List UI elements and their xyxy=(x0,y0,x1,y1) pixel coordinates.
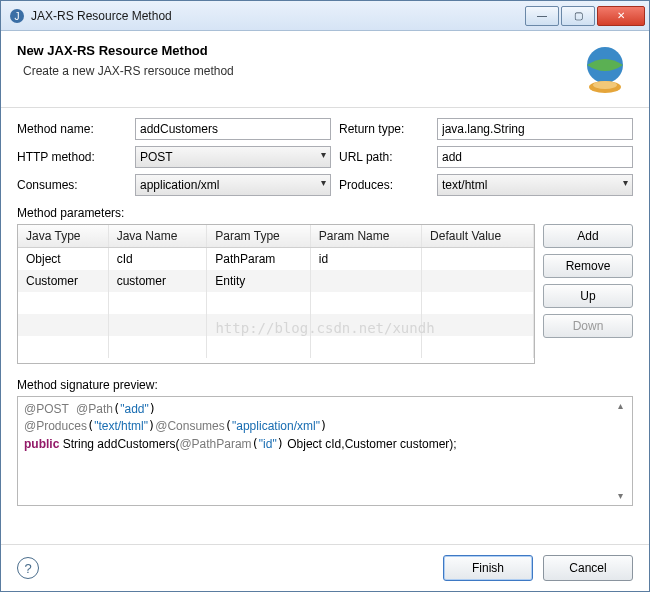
col-default-value[interactable]: Default Value xyxy=(422,225,534,248)
col-param-name[interactable]: Param Name xyxy=(310,225,421,248)
col-java-name[interactable]: Java Name xyxy=(108,225,207,248)
http-method-combo[interactable] xyxy=(135,146,331,168)
col-param-type[interactable]: Param Type xyxy=(207,225,310,248)
svg-point-4 xyxy=(593,81,617,89)
app-icon: J xyxy=(9,8,25,24)
help-icon[interactable]: ? xyxy=(17,557,39,579)
cancel-button[interactable]: Cancel xyxy=(543,555,633,581)
table-row[interactable]: Object cId PathParam id xyxy=(18,248,534,271)
table-row[interactable] xyxy=(18,292,534,314)
globe-icon xyxy=(577,43,633,99)
params-table[interactable]: Java Type Java Name Param Type Param Nam… xyxy=(17,224,535,364)
url-path-label: URL path: xyxy=(339,150,429,164)
scroll-down-icon[interactable]: ▾ xyxy=(618,489,630,504)
params-section-label: Method parameters: xyxy=(17,206,633,220)
dialog-window: J JAX-RS Resource Method — ▢ ✕ New JAX-R… xyxy=(0,0,650,592)
dialog-header: New JAX-RS Resource Method Create a new … xyxy=(1,31,649,108)
http-method-label: HTTP method: xyxy=(17,150,127,164)
add-button[interactable]: Add xyxy=(543,224,633,248)
form-grid: Method name: Return type: HTTP method: U… xyxy=(17,118,633,196)
finish-button[interactable]: Finish xyxy=(443,555,533,581)
page-subtitle: Create a new JAX-RS rersouce method xyxy=(17,64,577,78)
signature-preview[interactable]: @POST @Path("add") @Produces("text/html"… xyxy=(17,396,633,506)
consumes-combo[interactable] xyxy=(135,174,331,196)
down-button[interactable]: Down xyxy=(543,314,633,338)
signature-label: Method signature preview: xyxy=(17,378,633,392)
scroll-up-icon[interactable]: ▴ xyxy=(618,399,630,414)
url-path-input[interactable] xyxy=(437,146,633,168)
up-button[interactable]: Up xyxy=(543,284,633,308)
dialog-footer: ? Finish Cancel xyxy=(1,544,649,591)
return-type-label: Return type: xyxy=(339,122,429,136)
table-row[interactable] xyxy=(18,314,534,336)
table-row[interactable] xyxy=(18,336,534,358)
svg-text:J: J xyxy=(15,11,20,22)
method-name-label: Method name: xyxy=(17,122,127,136)
page-title: New JAX-RS Resource Method xyxy=(17,43,577,58)
maximize-button[interactable]: ▢ xyxy=(561,6,595,26)
table-row[interactable]: Customer customer Entity xyxy=(18,270,534,292)
titlebar[interactable]: J JAX-RS Resource Method — ▢ ✕ xyxy=(1,1,649,31)
minimize-button[interactable]: — xyxy=(525,6,559,26)
window-title: JAX-RS Resource Method xyxy=(31,9,525,23)
produces-combo[interactable] xyxy=(437,174,633,196)
method-name-input[interactable] xyxy=(135,118,331,140)
consumes-label: Consumes: xyxy=(17,178,127,192)
return-type-input[interactable] xyxy=(437,118,633,140)
close-button[interactable]: ✕ xyxy=(597,6,645,26)
col-java-type[interactable]: Java Type xyxy=(18,225,108,248)
remove-button[interactable]: Remove xyxy=(543,254,633,278)
produces-label: Produces: xyxy=(339,178,429,192)
